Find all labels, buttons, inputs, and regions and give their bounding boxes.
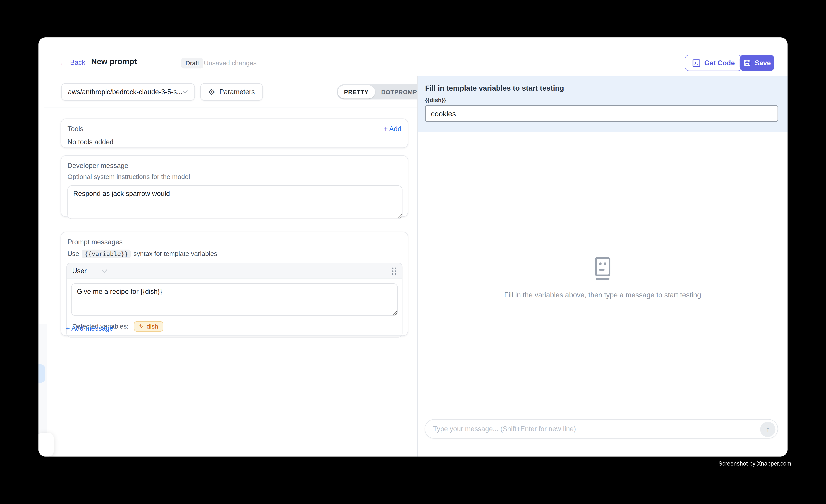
- chevron-down-icon: [182, 90, 188, 94]
- add-tool-button[interactable]: + Add: [384, 125, 401, 133]
- template-variable-hint: Use {{variable}} syntax for template var…: [67, 250, 403, 258]
- robot-face-icon: [592, 257, 614, 280]
- page-title: New prompt: [91, 57, 137, 66]
- hint-prefix: Use: [67, 250, 79, 257]
- role-selector[interactable]: User: [72, 267, 108, 275]
- template-variables-panel: Fill in template variables to start test…: [418, 76, 787, 132]
- tools-label: Tools: [67, 125, 83, 133]
- chat-message-input[interactable]: [433, 420, 749, 438]
- model-selector-value: aws/anthropic/bedrock-claude-3-5-s...: [68, 88, 182, 96]
- back-label: Back: [70, 58, 85, 66]
- terminal-icon: [692, 59, 701, 67]
- parameters-label: Parameters: [220, 88, 255, 96]
- developer-message-textarea[interactable]: Respond as jack sparrow would: [67, 185, 403, 219]
- model-selector[interactable]: aws/anthropic/bedrock-claude-3-5-s...: [61, 83, 195, 101]
- tester-panel-title: Fill in template variables to start test…: [425, 84, 778, 92]
- variable-chip-dish[interactable]: ✎ dish: [134, 321, 164, 332]
- detected-variables-row: Detected variables: ✎ dish: [71, 318, 398, 333]
- prompt-messages-card: Prompt messages Use {{variable}} syntax …: [61, 232, 408, 336]
- screenshot-stage: ← Back New prompt Draft Unsaved changes …: [0, 0, 826, 504]
- model-row-divider: [44, 107, 417, 108]
- chat-empty-caption: Fill in the variables above, then type a…: [418, 291, 787, 299]
- toggle-pretty[interactable]: PRETTY: [338, 85, 375, 99]
- pencil-icon: ✎: [139, 323, 144, 330]
- parameters-button[interactable]: ⚙ Parameters: [200, 83, 262, 101]
- back-arrow-icon: ←: [60, 59, 67, 66]
- unsaved-changes-text: Unsaved changes: [204, 60, 257, 67]
- drag-handle-icon[interactable]: [392, 267, 397, 275]
- message-block: User Give me a recipe for {: [66, 263, 403, 337]
- developer-message-description: Optional system instructions for the mod…: [67, 173, 403, 181]
- variable-field-label: {{dish}}: [425, 97, 778, 103]
- arrow-up-icon: ↑: [766, 425, 770, 433]
- hint-suffix: syntax for template variables: [133, 250, 217, 257]
- chat-empty-state: Fill in the variables above, then type a…: [418, 257, 787, 299]
- back-button[interactable]: ← Back: [60, 58, 85, 66]
- developer-message-card: Developer message Optional system instru…: [61, 155, 408, 217]
- prompt-messages-label: Prompt messages: [67, 238, 403, 246]
- view-mode-toggle: PRETTY DOTPROMPT: [337, 84, 428, 100]
- chevron-down-icon: [101, 269, 108, 273]
- role-selector-value: User: [72, 267, 86, 275]
- get-code-label: Get Code: [704, 59, 735, 67]
- tools-card: Tools + Add No tools added: [61, 118, 408, 148]
- save-label: Save: [755, 59, 771, 67]
- save-button[interactable]: Save: [740, 55, 774, 71]
- get-code-button[interactable]: Get Code: [685, 55, 742, 71]
- add-message-button[interactable]: + Add message: [66, 324, 113, 332]
- save-icon: [743, 59, 751, 67]
- watermark-text: Screenshot by Xnapper.com: [718, 460, 791, 467]
- developer-message-label: Developer message: [67, 162, 403, 170]
- variable-chip-label: dish: [146, 323, 158, 330]
- app-window: ← Back New prompt Draft Unsaved changes …: [39, 37, 787, 456]
- message-textarea[interactable]: Give me a recipe for {{dish}}: [71, 284, 398, 316]
- floating-corner-box: [39, 433, 54, 456]
- variable-value-input[interactable]: [425, 105, 778, 122]
- variable-syntax-chip: {{variable}}: [82, 250, 131, 258]
- gear-icon: ⚙: [208, 88, 215, 96]
- chat-input-divider: [418, 412, 787, 412]
- send-message-button[interactable]: ↑: [760, 422, 775, 437]
- tools-empty-text: No tools added: [67, 138, 401, 146]
- status-badge: Draft: [181, 58, 203, 68]
- message-header: User: [67, 263, 402, 279]
- sidebar-active-item-sliver: [39, 364, 45, 383]
- chat-input-container: ↑: [425, 419, 778, 439]
